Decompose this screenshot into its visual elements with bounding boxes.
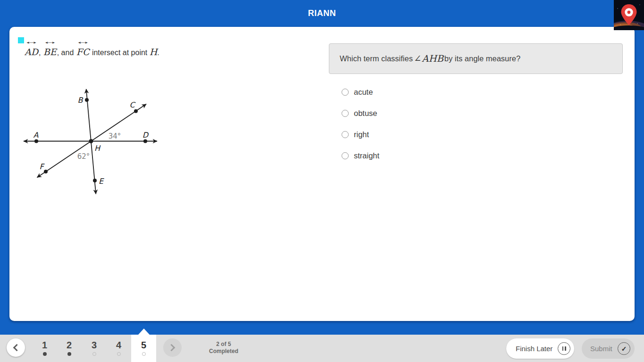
submit-button[interactable]: Submit ✓ (582, 338, 635, 359)
map-pin-icon (614, 0, 644, 30)
radio-button-icon[interactable] (342, 152, 349, 159)
label-F: F (39, 162, 45, 171)
unanswered-dot-icon (142, 352, 146, 356)
question-nav-2[interactable]: 2 (57, 335, 82, 362)
progress-word: Completed (202, 348, 245, 355)
chevron-left-icon (13, 344, 21, 352)
option-acute[interactable]: acute (342, 86, 379, 98)
bottom-navigation-bar: 1 2 3 4 5 2 of 5 Completed Finish Later … (0, 335, 644, 362)
option-obtuse[interactable]: obtuse (342, 107, 379, 119)
label-C: C (129, 100, 136, 109)
progress-status: 2 of 5 Completed (202, 341, 245, 355)
line-notation-FC: ↔FC (76, 39, 90, 60)
question-nav-3[interactable]: 3 (82, 335, 107, 362)
point-A-dot (34, 140, 38, 143)
angle-34-label: 34° (109, 132, 121, 140)
question-card: ↔AD, ↔BE, and ↔FC intersect at point H. … (9, 27, 635, 321)
point-H-dot (89, 139, 93, 143)
option-right[interactable]: right (342, 129, 379, 140)
app-logo (614, 0, 644, 30)
app-header: RIANN (0, 0, 644, 27)
radio-button-icon[interactable] (342, 110, 349, 117)
assessment-page: { "colors": { "accent_blue": "#1262c4", … (0, 0, 644, 362)
previous-question-button[interactable] (7, 338, 25, 357)
finish-later-button[interactable]: Finish Later (506, 338, 574, 359)
check-icon: ✓ (618, 342, 630, 355)
double-arrow-icon: ↔ (68, 39, 97, 45)
question-nav-1[interactable]: 1 (32, 335, 57, 362)
point-H: H (150, 47, 158, 57)
label-H: H (94, 144, 101, 153)
radio-button-icon[interactable] (342, 89, 349, 96)
answered-dot-icon (43, 352, 47, 356)
option-straight[interactable]: straight (342, 150, 379, 161)
progress-count: 2 of 5 (202, 341, 245, 348)
point-D-dot (143, 140, 147, 143)
point-E-dot (93, 179, 97, 182)
label-E: E (99, 177, 104, 186)
question-prompt-box: Which term classifies ∠AHB by its angle … (329, 43, 623, 74)
angle-62-label: 62° (77, 152, 90, 161)
chevron-right-icon (168, 344, 176, 352)
question-nav-5-current[interactable]: 5 (131, 335, 156, 362)
intersecting-lines-diagram: A B C D E F H 34° 62° (19, 82, 165, 200)
radio-button-icon[interactable] (342, 131, 349, 138)
answer-options: acute obtuse right straight (342, 86, 379, 171)
unanswered-dot-icon (117, 352, 121, 356)
angle-AHB-math: ∠AHB (414, 53, 443, 64)
unanswered-dot-icon (92, 352, 96, 356)
label-D: D (142, 131, 149, 140)
point-C-dot (134, 109, 138, 113)
line-notation-BE: ↔BE (43, 39, 57, 60)
answered-dot-icon (67, 352, 71, 356)
next-question-button[interactable] (163, 338, 182, 357)
pause-icon (558, 342, 570, 355)
label-B: B (78, 96, 84, 105)
point-B-dot (85, 98, 89, 102)
point-F-dot (44, 170, 48, 173)
student-name-title: RIANN (308, 8, 336, 18)
problem-stem: ↔AD, ↔BE, and ↔FC intersect at point H. (24, 39, 159, 60)
question-nav-4[interactable]: 4 (106, 335, 131, 362)
label-A: A (33, 131, 39, 140)
double-arrow-icon: ↔ (35, 39, 64, 45)
